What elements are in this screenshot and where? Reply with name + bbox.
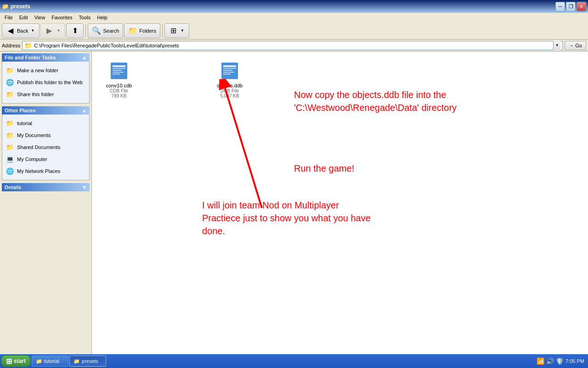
other-tutorial-label: tutorial (17, 121, 32, 126)
address-box[interactable]: 📁 C:\Program Files\RenegadePublicTools\L… (22, 41, 563, 50)
folders-button[interactable]: 📁 Folders (124, 23, 160, 38)
files-container: conv10.cdb CDB File 789 KB (96, 56, 141, 102)
file-tasks-title: File and Folder Tasks (5, 55, 56, 60)
share-item[interactable]: 📁 Share this folder (4, 88, 87, 100)
details-header[interactable]: Details ▼ (2, 183, 90, 191)
folders-label: Folders (139, 28, 156, 34)
toolbar: ◀ Back ▼ ▶ ▼ ⬆ 🔍 Search 📁 Folders ⊞ ▼ (0, 22, 588, 40)
taskbar-presets[interactable]: 📁 presets (69, 356, 106, 367)
titlebar-icon: 📁 (2, 3, 9, 10)
search-button[interactable]: 🔍 Search (88, 23, 123, 38)
other-tutorial-icon: 📁 (5, 119, 14, 128)
go-label: Go (575, 43, 582, 48)
my-computer-icon: 💻 (5, 155, 14, 164)
file-conv10-name: conv10.cdb (106, 83, 132, 88)
search-label: Search (103, 28, 119, 34)
make-folder-label: Make a new folder (17, 68, 58, 73)
other-tutorial-item[interactable]: 📁 tutorial (4, 117, 87, 129)
svg-rect-7 (223, 65, 236, 67)
my-documents-item[interactable]: 📁 My Documents (4, 129, 87, 141)
titlebar-title: presets (11, 3, 30, 10)
network-places-item[interactable]: 🌐 My Network Places (4, 165, 87, 177)
network-tray-icon: 📶 (537, 357, 544, 365)
file-objects-icon (219, 60, 241, 82)
publish-item[interactable]: 🌐 Publish this folder to the Web (4, 76, 87, 88)
my-documents-icon: 📁 (5, 131, 14, 140)
file-tasks-header[interactable]: File and Folder Tasks ▲ (2, 53, 90, 62)
addressbar: Address 📁 C:\Program Files\RenegadePubli… (0, 40, 588, 52)
windows-logo-icon: ⊞ (6, 357, 12, 366)
views-button[interactable]: ⊞ ▼ (164, 23, 189, 38)
menu-tools[interactable]: Tools (76, 14, 94, 21)
make-folder-item[interactable]: 📁 Make a new folder (4, 64, 87, 76)
menu-help[interactable]: Help (94, 14, 110, 21)
views-dropdown-icon: ▼ (180, 28, 185, 34)
publish-icon: 🌐 (5, 78, 14, 87)
other-places-title: Other Places (5, 108, 35, 113)
folders-icon: 📁 (128, 26, 137, 35)
details-title: Details (5, 184, 21, 190)
start-button[interactable]: ⊞ start (1, 355, 31, 367)
shared-documents-icon: 📁 (5, 143, 14, 152)
file-tasks-section: File and Folder Tasks ▲ 📁 Make a new fol… (2, 53, 90, 104)
taskbar-tutorial-icon: 📁 (36, 358, 42, 364)
shared-documents-item[interactable]: 📁 Shared Documents (4, 141, 87, 153)
menu-favorites[interactable]: Favorites (49, 14, 75, 21)
taskbar-presets-icon: 📁 (74, 358, 80, 364)
back-dropdown-icon: ▼ (30, 28, 35, 34)
separator-1 (85, 24, 86, 37)
left-panel: File and Folder Tasks ▲ 📁 Make a new fol… (0, 52, 92, 354)
share-icon: 📁 (5, 90, 14, 99)
annotation-copy: Now copy the objects.ddb file into the '… (294, 88, 514, 114)
file-conv10-icon (108, 60, 130, 82)
svg-rect-11 (223, 74, 231, 75)
menu-view[interactable]: View (32, 14, 48, 21)
address-dropdown[interactable]: ▼ (553, 41, 560, 50)
address-label: Address (2, 43, 20, 48)
forward-icon: ▶ (45, 26, 54, 35)
titlebar-buttons: ─ ❒ ✕ (555, 2, 586, 12)
other-places-collapse-icon: ▲ (82, 108, 87, 113)
make-folder-icon: 📁 (5, 66, 14, 75)
forward-dropdown-icon: ▼ (56, 28, 61, 34)
taskbar-time: 7:05 PM (565, 358, 584, 364)
back-label: Back (17, 28, 28, 34)
other-places-header[interactable]: Other Places ▲ (2, 106, 90, 115)
forward-button[interactable]: ▶ ▼ (40, 23, 65, 38)
taskbar-presets-label: presets (82, 358, 98, 364)
close-button[interactable]: ✕ (577, 2, 586, 12)
svg-rect-4 (113, 72, 124, 73)
minimize-button[interactable]: ─ (555, 2, 565, 12)
red-arrow (211, 79, 303, 217)
restore-button[interactable]: ❒ (566, 2, 576, 12)
taskbar: ⊞ start 📁 tutorial 📁 presets 📶 🔊 🛡️ 7:05… (0, 354, 588, 368)
svg-rect-5 (113, 74, 120, 75)
file-conv10-size: 789 KB (112, 93, 127, 98)
file-conv10[interactable]: conv10.cdb CDB File 789 KB (98, 58, 140, 100)
go-button[interactable]: → Go (565, 41, 586, 50)
svg-rect-10 (223, 72, 234, 73)
views-icon: ⊞ (169, 26, 178, 35)
file-tasks-content: 📁 Make a new folder 🌐 Publish this folde… (2, 62, 90, 104)
up-icon: ⬆ (70, 26, 79, 35)
go-arrow-icon: → (569, 43, 574, 48)
menubar: File Edit View Favorites Tools Help (0, 13, 588, 22)
annotation-run: Run the game! (294, 162, 354, 175)
my-computer-item[interactable]: 💻 My Computer (4, 153, 87, 165)
taskbar-tutorial[interactable]: 📁 tutorial (32, 356, 68, 367)
svg-line-13 (225, 88, 262, 208)
other-places-section: Other Places ▲ 📁 tutorial 📁 My Documents… (2, 106, 90, 180)
details-section: Details ▼ (2, 183, 90, 191)
up-button[interactable]: ⬆ (66, 23, 84, 38)
search-icon: 🔍 (92, 26, 101, 35)
svg-rect-1 (113, 65, 125, 67)
file-area: conv10.cdb CDB File 789 KB objects (92, 52, 588, 354)
separator-2 (162, 24, 163, 37)
main-area: File and Folder Tasks ▲ 📁 Make a new fol… (0, 52, 588, 354)
menu-file[interactable]: File (2, 14, 16, 21)
back-button[interactable]: ◀ Back ▼ (2, 23, 40, 38)
details-collapse-icon: ▼ (82, 184, 87, 190)
menu-edit[interactable]: Edit (17, 14, 31, 21)
start-label: start (14, 358, 26, 364)
annotation-join: I will join team Nod on Multiplayer Prac… (202, 199, 377, 237)
